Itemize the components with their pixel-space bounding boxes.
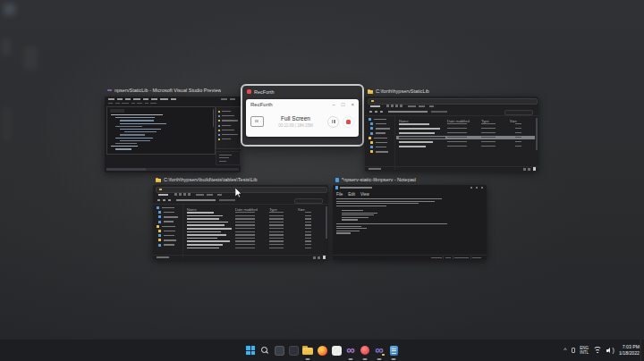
deco bbox=[342, 213, 377, 214]
deco bbox=[336, 206, 386, 206]
deco bbox=[218, 125, 220, 127]
deco bbox=[336, 203, 419, 204]
show-desktop-button[interactable] bbox=[640, 340, 644, 361]
deco bbox=[117, 98, 123, 100]
alt-tab-card-visual-studio[interactable]: ∞ npservStaticLib - Microsoft Visual Stu… bbox=[105, 85, 241, 172]
volume-icon[interactable]: ) bbox=[606, 347, 614, 355]
deco bbox=[447, 132, 467, 133]
taskbar-icon-notepad[interactable] bbox=[387, 340, 400, 360]
deco bbox=[235, 218, 255, 219]
deco bbox=[269, 234, 284, 235]
deco bbox=[217, 194, 222, 196]
deco bbox=[305, 218, 311, 219]
taskbar-icon-task-view[interactable] bbox=[273, 340, 285, 360]
deco bbox=[269, 218, 284, 219]
deco bbox=[219, 161, 226, 162]
deco bbox=[269, 238, 284, 239]
deco bbox=[399, 132, 435, 134]
taskbar-icon-file-explorer[interactable] bbox=[301, 340, 314, 360]
notepad-window-preview: File Edit View bbox=[333, 185, 487, 260]
deco bbox=[370, 105, 380, 107]
deco bbox=[158, 221, 161, 223]
taskbar-search-button[interactable] bbox=[258, 340, 271, 360]
deco bbox=[342, 210, 363, 211]
deco bbox=[515, 137, 521, 138]
desktop: ∞ npservStaticLib - Microsoft Visual Stu… bbox=[0, 0, 644, 361]
taskbar-icon-firefox[interactable] bbox=[316, 340, 328, 360]
deco bbox=[376, 151, 388, 153]
deco bbox=[222, 134, 238, 135]
deco bbox=[187, 240, 230, 242]
taskbar-icon-white-app[interactable] bbox=[330, 340, 343, 360]
deco bbox=[375, 111, 377, 113]
deco bbox=[187, 218, 219, 220]
deco bbox=[115, 143, 137, 144]
deco bbox=[453, 256, 453, 259]
deco bbox=[336, 223, 447, 224]
deco bbox=[108, 103, 113, 105]
white-app-icon bbox=[332, 346, 342, 356]
deco bbox=[370, 127, 373, 130]
deco bbox=[158, 234, 161, 237]
taskbar-icon-recorder[interactable] bbox=[359, 340, 371, 360]
taskbar-icon-visual-studio[interactable]: ∞ bbox=[344, 340, 357, 360]
deco bbox=[408, 105, 416, 107]
deco bbox=[342, 214, 374, 215]
deco bbox=[533, 167, 537, 171]
card-title: C:\forth\hypservStaticLib bbox=[365, 86, 538, 97]
deco bbox=[235, 240, 255, 241]
tray-chevron-icon[interactable]: ^ bbox=[564, 348, 566, 353]
record-icon bbox=[360, 346, 369, 355]
deco bbox=[269, 222, 284, 222]
deco bbox=[313, 256, 316, 259]
deco bbox=[305, 228, 311, 229]
card-title-text: C:\forth\hypservStaticLib bbox=[376, 88, 429, 94]
deco bbox=[158, 194, 168, 196]
deco bbox=[447, 123, 467, 124]
deco bbox=[164, 216, 178, 218]
notepad-icon bbox=[335, 178, 339, 182]
capture-mode-label: Full Screen bbox=[267, 115, 324, 122]
task-view-icon bbox=[275, 346, 284, 356]
deco bbox=[158, 230, 161, 232]
deco bbox=[305, 240, 311, 241]
deco bbox=[163, 199, 165, 202]
card-title-text: RecForth bbox=[254, 89, 275, 95]
tray-status-icon[interactable] bbox=[572, 348, 576, 353]
folder-icon bbox=[156, 178, 161, 182]
menu-view: View bbox=[360, 192, 369, 197]
deco bbox=[370, 150, 373, 153]
deco bbox=[481, 141, 496, 142]
deco bbox=[376, 142, 387, 144]
language-indicator[interactable]: ENG INTL bbox=[580, 346, 589, 355]
menu-edit: Edit bbox=[348, 192, 355, 197]
deco bbox=[235, 244, 255, 245]
deco bbox=[472, 257, 481, 259]
deco bbox=[394, 116, 395, 170]
alt-tab-card-notepad[interactable]: *npserv-static-libnpserv - Notepad File … bbox=[333, 174, 487, 260]
clock[interactable]: 7:03 PM 1/18/2022 bbox=[619, 344, 640, 357]
taskbar-icon-dark-app[interactable] bbox=[287, 340, 300, 360]
deco bbox=[187, 215, 223, 217]
deco bbox=[368, 98, 538, 105]
deco bbox=[219, 157, 229, 158]
deco bbox=[429, 105, 434, 107]
alt-tab-card-explorer-staticlib[interactable]: C:\forth\hypservStaticLib Name Date modi… bbox=[365, 86, 538, 172]
wifi-icon[interactable] bbox=[593, 347, 602, 354]
card-title: *npserv-static-libnpserv - Notepad bbox=[333, 174, 487, 185]
alt-tab-card-recforth[interactable]: RecForth RecForth – □ × Full Screen 00:1… bbox=[241, 84, 364, 147]
deco bbox=[305, 222, 311, 222]
column-header-type: Type bbox=[269, 207, 277, 212]
deco bbox=[176, 199, 216, 201]
deco bbox=[528, 168, 530, 171]
windows-logo-icon bbox=[246, 346, 255, 355]
deco bbox=[374, 138, 387, 139]
column-header-size: Size bbox=[510, 119, 517, 123]
stop-record-button bbox=[343, 116, 354, 128]
deco bbox=[399, 146, 426, 147]
taskbar-icon-visual-studio-preview[interactable]: ∞ bbox=[373, 340, 386, 360]
deco bbox=[380, 111, 383, 113]
deco bbox=[115, 126, 142, 127]
deco bbox=[370, 132, 373, 135]
taskbar-start-button[interactable] bbox=[244, 340, 257, 360]
